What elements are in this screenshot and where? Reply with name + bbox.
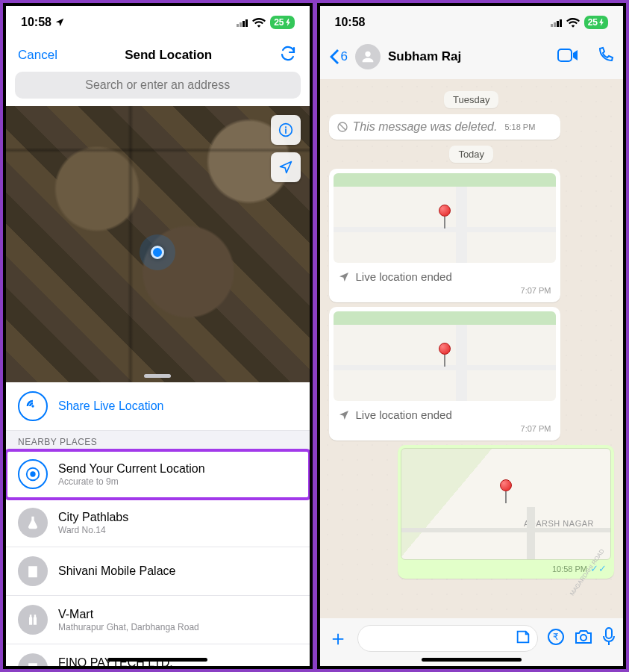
location-ended-icon bbox=[338, 271, 350, 283]
nearby-place-row[interactable]: City PathlabsWard No.14 bbox=[6, 499, 310, 547]
svg-point-3 bbox=[31, 405, 34, 407]
place-title: City Pathlabs bbox=[58, 511, 128, 524]
svg-rect-2 bbox=[285, 128, 287, 134]
message-time: 10:58 PM bbox=[552, 564, 587, 573]
message-time: 7:07 PM bbox=[334, 424, 556, 436]
blocked-icon bbox=[337, 121, 348, 133]
area-label: ADARSH NAGAR bbox=[524, 519, 594, 528]
payment-button[interactable]: ₹ bbox=[547, 628, 565, 649]
map-pin-icon bbox=[439, 343, 451, 367]
wifi-icon bbox=[566, 17, 580, 28]
sent-location-message[interactable]: ADARSH NAGAR MAGARDAHI ROAD 10:58 PM ✓✓ bbox=[398, 445, 614, 579]
location-arrow-icon bbox=[54, 17, 65, 28]
location-thumbnail bbox=[334, 173, 556, 263]
live-location-message[interactable]: Live location ended 7:07 PM bbox=[329, 169, 560, 302]
svg-point-1 bbox=[284, 126, 286, 128]
date-badge: Today bbox=[449, 146, 493, 163]
location-thumbnail bbox=[334, 311, 556, 401]
nearby-place-row[interactable]: Shivani Mobile Palace bbox=[6, 547, 310, 596]
place-icon bbox=[18, 508, 48, 538]
live-location-icon bbox=[18, 391, 48, 421]
search-input[interactable] bbox=[15, 72, 301, 99]
share-live-location-row[interactable]: Share Live Location bbox=[6, 382, 310, 431]
mic-button[interactable] bbox=[602, 627, 616, 650]
back-button[interactable]: 6 bbox=[329, 49, 348, 64]
attach-button[interactable]: ＋ bbox=[328, 624, 348, 653]
nav-title: Send Location bbox=[125, 48, 212, 63]
location-ended-icon bbox=[338, 409, 350, 421]
wifi-icon bbox=[252, 17, 266, 28]
live-location-message[interactable]: Live location ended 7:07 PM bbox=[329, 307, 560, 441]
svg-rect-6 bbox=[558, 49, 572, 61]
back-count: 6 bbox=[341, 49, 348, 64]
nearby-place-row[interactable]: FINO PAYTECH LTD.BESIDE OF KRISHNA HOSPI… bbox=[6, 644, 310, 666]
deleted-message: This message was deleted. 5:18 PM bbox=[329, 114, 560, 140]
svg-text:₹: ₹ bbox=[553, 632, 559, 642]
avatar[interactable] bbox=[355, 44, 381, 69]
map-pin-icon bbox=[500, 479, 512, 503]
contact-name[interactable]: Subham Raj bbox=[388, 49, 539, 64]
live-location-text: Live location ended bbox=[356, 270, 452, 283]
place-subtitle: Mathurapur Ghat, Darbhanga Road bbox=[58, 622, 199, 632]
svg-line-8 bbox=[339, 124, 345, 130]
nearby-place-row[interactable]: V-MartMathurapur Ghat, Darbhanga Road bbox=[6, 596, 310, 644]
battery-icon: 25 bbox=[270, 16, 294, 29]
location-sheet: Share Live Location NEARBY PLACES Send Y… bbox=[6, 382, 310, 666]
send-current-location-row[interactable]: Send Your Current LocationAccurate to 9m bbox=[6, 450, 310, 499]
sheet-handle[interactable] bbox=[144, 374, 171, 378]
place-title: V-Mart bbox=[58, 608, 199, 621]
message-time: 7:07 PM bbox=[334, 286, 556, 298]
nav-bar: Cancel Send Location bbox=[6, 39, 310, 72]
camera-button[interactable] bbox=[574, 629, 593, 648]
screenshot-whatsapp-chat: 10:58 25 6 Subham Raj Tuesda bbox=[317, 3, 627, 669]
message-time: 5:18 PM bbox=[504, 122, 535, 131]
place-subtitle: Ward No.14 bbox=[58, 525, 128, 535]
cellular-icon bbox=[551, 18, 562, 27]
status-bar: 10:58 25 bbox=[6, 6, 310, 39]
status-bar: 10:58 25 bbox=[320, 6, 624, 39]
live-location-text: Live location ended bbox=[356, 408, 452, 421]
status-time: 10:58 bbox=[335, 16, 366, 29]
refresh-button[interactable] bbox=[279, 45, 297, 66]
home-indicator[interactable] bbox=[107, 658, 207, 662]
battery-icon: 25 bbox=[584, 16, 608, 29]
chat-header: 6 Subham Raj bbox=[320, 39, 624, 75]
svg-point-5 bbox=[30, 471, 35, 476]
cancel-button[interactable]: Cancel bbox=[18, 48, 57, 63]
place-icon bbox=[18, 605, 48, 635]
place-title: Send Your Current Location bbox=[58, 462, 205, 476]
screenshot-send-location: 10:58 25 Cancel Send Location bbox=[3, 3, 313, 669]
share-live-label: Share Live Location bbox=[58, 399, 163, 413]
message-input[interactable] bbox=[357, 625, 539, 652]
deleted-text: This message was deleted. bbox=[353, 120, 498, 134]
voice-call-button[interactable] bbox=[596, 46, 614, 67]
map-pin-icon bbox=[439, 205, 451, 228]
current-location-dot bbox=[151, 246, 164, 259]
video-call-button[interactable] bbox=[557, 48, 578, 66]
place-icon bbox=[18, 556, 48, 586]
sent-location-thumbnail: ADARSH NAGAR MAGARDAHI ROAD bbox=[401, 448, 611, 560]
place-subtitle: Accurate to 9m bbox=[58, 476, 205, 487]
satellite-map[interactable] bbox=[6, 106, 310, 382]
place-title: Shivani Mobile Palace bbox=[58, 564, 175, 578]
svg-rect-12 bbox=[606, 628, 612, 638]
home-indicator[interactable] bbox=[422, 658, 522, 662]
chat-area[interactable]: Tuesday This message was deleted. 5:18 P… bbox=[320, 79, 624, 666]
status-time: 10:58 bbox=[21, 16, 51, 29]
svg-point-11 bbox=[581, 635, 586, 641]
date-badge: Tuesday bbox=[444, 91, 498, 108]
sticker-button[interactable] bbox=[515, 629, 531, 648]
map-recenter-button[interactable] bbox=[271, 152, 301, 182]
map-info-button[interactable] bbox=[271, 115, 301, 145]
nearby-places-header: NEARBY PLACES bbox=[6, 431, 310, 450]
place-icon bbox=[18, 459, 48, 489]
cellular-icon bbox=[237, 18, 248, 27]
place-icon bbox=[18, 653, 48, 666]
